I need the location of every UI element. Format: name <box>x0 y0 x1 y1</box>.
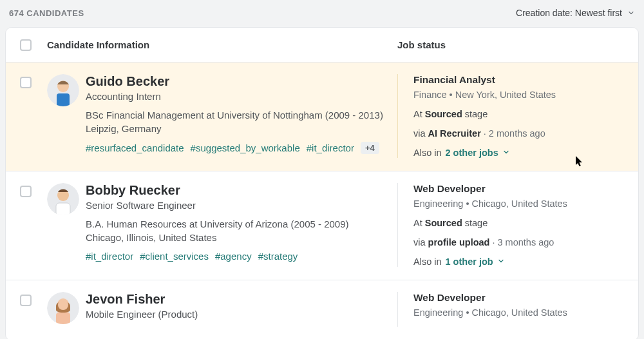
via-source: AI Recruiter <box>428 128 481 139</box>
tag[interactable]: #agency <box>215 251 252 262</box>
via-time: · 3 months ago <box>489 237 554 247</box>
avatar <box>47 292 79 324</box>
candidate-education: BSc Financial Management at University o… <box>86 110 384 121</box>
table-row[interactable]: Jevon Fisher Mobile Engineer (Product) W… <box>6 280 638 339</box>
candidate-info: Guido Becker Accounting Intern BSc Finan… <box>86 74 397 158</box>
job-meta: Engineering • Chicago, United States <box>413 199 624 209</box>
stage-prefix: At <box>413 109 425 119</box>
table-row[interactable]: Guido Becker Accounting Intern BSc Finan… <box>6 63 638 171</box>
row-select-cell <box>20 74 47 158</box>
tag[interactable]: #suggested_by_workable <box>191 142 300 153</box>
chevron-down-icon <box>627 9 635 17</box>
avatar-cell <box>47 292 86 327</box>
job-source: via AI Recruiter · 2 months ago <box>413 128 624 139</box>
avatar <box>47 183 79 215</box>
tag[interactable]: #client_services <box>140 251 209 262</box>
candidate-location: Leipzig, Germany <box>86 123 384 134</box>
candidate-title: Accounting Intern <box>86 91 384 102</box>
job-meta: Engineering • Chicago, United States <box>413 307 624 318</box>
job-title: Web Developer <box>413 292 624 304</box>
sort-dropdown[interactable]: Creation date: Newest first <box>516 8 635 18</box>
candidate-tags: #it_director #client_services #agency #s… <box>86 251 384 262</box>
row-select-cell <box>20 183 47 267</box>
job-meta: Finance • New York, United States <box>413 90 624 100</box>
candidate-count: 674 CANDIDATES <box>9 8 84 18</box>
candidate-title: Mobile Engineer (Product) <box>86 309 384 320</box>
row-checkbox[interactable] <box>20 186 32 197</box>
job-status: Web Developer Engineering • Chicago, Uni… <box>397 292 624 327</box>
row-select-cell <box>20 292 47 327</box>
via-source: profile upload <box>428 237 490 247</box>
candidate-name[interactable]: Guido Becker <box>86 74 384 88</box>
sort-label: Creation date: Newest first <box>516 8 622 18</box>
also-link: 1 other job <box>446 257 493 267</box>
select-all-checkbox[interactable] <box>20 39 32 51</box>
select-all-cell <box>20 39 47 51</box>
svg-point-10 <box>58 300 68 310</box>
table-header-row: Candidate Information Job status <box>6 28 638 63</box>
stage-prefix: At <box>413 218 425 228</box>
avatar-cell <box>47 183 86 267</box>
candidate-name[interactable]: Bobby Ruecker <box>86 183 384 197</box>
stage-name: Sourced <box>425 109 462 119</box>
candidates-table: Candidate Information Job status Guido B… <box>5 27 639 339</box>
also-in-jobs[interactable]: Also in 2 other jobs <box>413 148 624 158</box>
candidate-education: B.A. Human Resources at University of Ar… <box>86 218 384 229</box>
job-title: Web Developer <box>413 183 624 195</box>
avatar-cell <box>47 74 86 158</box>
job-status: Financial Analyst Finance • New York, Un… <box>397 74 624 158</box>
stage-suffix: stage <box>462 218 488 228</box>
tag[interactable]: #it_director <box>307 142 354 153</box>
more-tags-badge[interactable]: +4 <box>361 142 379 154</box>
candidate-title: Senior Software Engineer <box>86 200 384 211</box>
candidate-location: Chicago, Illinois, United States <box>86 232 384 243</box>
candidate-name[interactable]: Jevon Fisher <box>86 292 384 306</box>
also-link: 2 other jobs <box>446 148 498 158</box>
job-stage: At Sourced stage <box>413 218 624 228</box>
row-checkbox[interactable] <box>20 77 32 88</box>
candidate-tags: #resurfaced_candidate #suggested_by_work… <box>86 142 384 154</box>
candidate-info: Jevon Fisher Mobile Engineer (Product) <box>86 292 397 327</box>
chevron-down-icon <box>502 148 510 158</box>
candidates-page: 674 CANDIDATES Creation date: Newest fir… <box>0 0 644 339</box>
stage-name: Sourced <box>425 218 462 228</box>
chevron-down-icon <box>497 257 505 267</box>
column-job-status: Job status <box>397 39 624 50</box>
stage-suffix: stage <box>462 109 488 119</box>
list-header: 674 CANDIDATES Creation date: Newest fir… <box>0 3 644 23</box>
via-time: · 2 months ago <box>481 128 545 139</box>
column-candidate-info: Candidate Information <box>47 39 397 50</box>
svg-rect-8 <box>56 312 70 324</box>
avatar <box>47 74 79 106</box>
candidate-info: Bobby Ruecker Senior Software Engineer B… <box>86 183 397 267</box>
job-status: Web Developer Engineering • Chicago, Uni… <box>397 183 624 267</box>
also-prefix: Also in <box>413 257 442 267</box>
job-source: via profile upload · 3 months ago <box>413 237 624 247</box>
table-row[interactable]: Bobby Ruecker Senior Software Engineer B… <box>6 171 638 280</box>
tag[interactable]: #strategy <box>258 251 298 262</box>
job-stage: At Sourced stage <box>413 109 624 119</box>
also-prefix: Also in <box>413 148 442 158</box>
svg-rect-4 <box>56 203 70 215</box>
svg-rect-1 <box>57 93 70 106</box>
tag[interactable]: #resurfaced_candidate <box>86 142 184 153</box>
also-in-jobs[interactable]: Also in 1 other job <box>413 257 624 267</box>
tag[interactable]: #it_director <box>86 251 133 262</box>
job-title: Financial Analyst <box>413 74 624 86</box>
via-prefix: via <box>413 237 428 247</box>
via-prefix: via <box>413 128 428 139</box>
row-checkbox[interactable] <box>20 295 32 306</box>
